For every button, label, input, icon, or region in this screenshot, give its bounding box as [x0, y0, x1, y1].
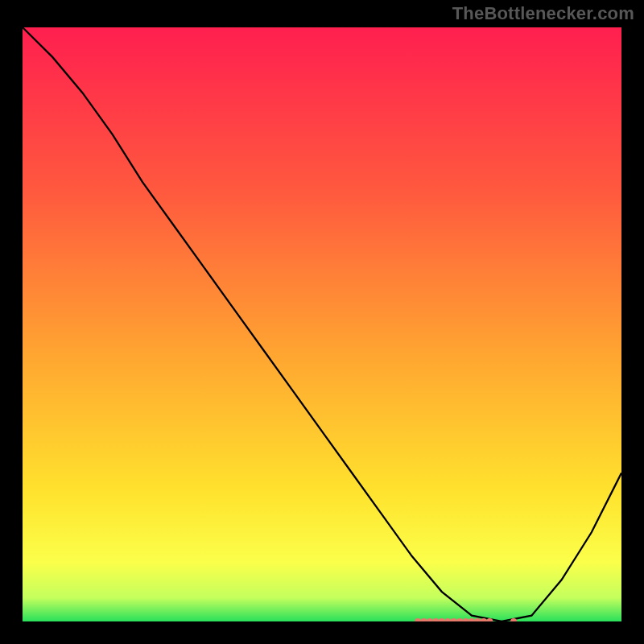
gradient-background — [23, 27, 621, 621]
chart-plot-area — [23, 27, 621, 621]
watermark-text: TheBottlenecker.com — [452, 3, 634, 24]
chart-frame: TheBottlenecker.com — [0, 0, 644, 644]
chart-svg — [23, 27, 621, 621]
